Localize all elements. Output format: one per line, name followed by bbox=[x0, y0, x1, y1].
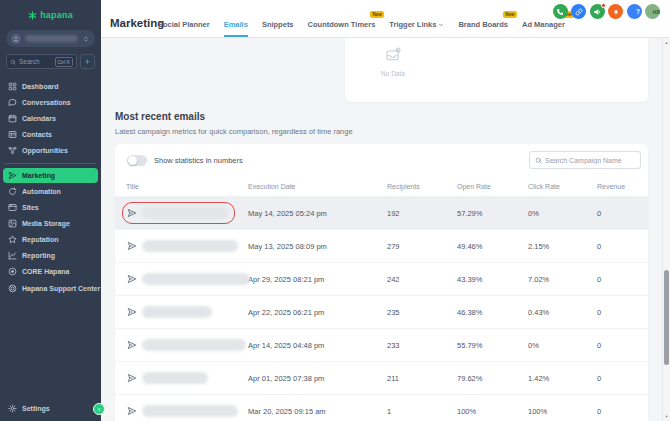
tab-label: Emails bbox=[224, 20, 248, 29]
new-badge: New bbox=[370, 11, 384, 18]
quick-add-button[interactable]: + bbox=[80, 54, 95, 69]
column-header: Execution Date bbox=[248, 183, 387, 190]
tab-snippets[interactable]: Snippets bbox=[262, 20, 294, 37]
table-row[interactable]: Apr 29, 2025 08:21 pm 242 43.39% 7.02% 0 bbox=[115, 262, 648, 295]
send-icon bbox=[127, 406, 137, 416]
vertical-scrollbar[interactable]: ▲ ▼ bbox=[662, 38, 670, 421]
table-row[interactable]: Apr 14, 2025 04:48 pm 233 55.79% 0% 0 bbox=[115, 328, 648, 361]
sidebar-nav: Dashboard Conversations Calendars Contac… bbox=[0, 78, 101, 296]
chart-icon bbox=[8, 251, 17, 260]
table-row[interactable]: Apr 01, 2025 07:38 pm 211 79.62% 1.42% 0 bbox=[115, 361, 648, 394]
campaign-search-input[interactable] bbox=[545, 157, 635, 164]
campaign-title-cell bbox=[126, 400, 248, 421]
tab-label: Countdown Timers bbox=[308, 20, 376, 29]
question-icon bbox=[628, 8, 636, 16]
scrollbar-thumb[interactable] bbox=[664, 270, 669, 365]
sidebar-item-calendars[interactable]: Calendars bbox=[0, 110, 101, 126]
sidebar-item-conversations[interactable]: Conversations bbox=[0, 94, 101, 110]
phone-icon bbox=[556, 8, 564, 16]
execution-date-cell: May 13, 2025 08:09 pm bbox=[248, 242, 387, 251]
send-icon bbox=[127, 373, 137, 383]
open-rate-cell: 57.29% bbox=[457, 209, 528, 218]
send-icon bbox=[127, 340, 137, 350]
scroll-down-arrow[interactable]: ▼ bbox=[663, 414, 670, 419]
tab-emails[interactable]: Emails bbox=[224, 20, 248, 37]
sidebar-collapse-button[interactable]: ‹ bbox=[93, 403, 105, 415]
sidebar-item-opportunities[interactable]: Opportunities bbox=[0, 143, 101, 159]
marketing-tabs: Social Planner Emails Snippets Countdown… bbox=[158, 20, 565, 37]
sidebar-item-marketing[interactable]: Marketing bbox=[3, 168, 98, 183]
tab-label: Trigger Links bbox=[389, 20, 436, 29]
tab-social-planner[interactable]: Social Planner bbox=[158, 20, 210, 37]
column-header: Open Rate bbox=[457, 183, 528, 190]
open-rate-cell: 55.79% bbox=[457, 341, 528, 350]
user-avatar[interactable]: HB bbox=[645, 4, 660, 19]
sidebar-item-automation[interactable]: Automation bbox=[0, 183, 101, 199]
main-content: No Data Most recent emails Latest campai… bbox=[101, 38, 662, 421]
announcements-button[interactable] bbox=[590, 4, 605, 19]
click-rate-cell: 2.15% bbox=[528, 242, 597, 251]
bell-icon bbox=[612, 8, 620, 16]
sidebar-item-contacts[interactable]: Contacts bbox=[0, 127, 101, 143]
sidebar-item-reporting[interactable]: Reporting bbox=[0, 248, 101, 264]
recipients-cell: 279 bbox=[387, 242, 457, 251]
tab-ad-manager[interactable]: Ad Manager New bbox=[522, 20, 565, 37]
megaphone-icon bbox=[593, 8, 601, 16]
sidebar-item-reputation[interactable]: Reputation bbox=[0, 232, 101, 248]
sidebar-item-dashboard[interactable]: Dashboard bbox=[0, 78, 101, 94]
column-header: Revenue bbox=[597, 183, 648, 190]
help-button[interactable]: ? bbox=[627, 4, 642, 19]
tab-trigger-links[interactable]: Trigger Links bbox=[389, 20, 444, 37]
scroll-up-arrow[interactable]: ▲ bbox=[663, 40, 670, 45]
table-row[interactable]: Mar 20, 2025 09:15 am 1 100% 100% 0 bbox=[115, 394, 648, 421]
link-button[interactable] bbox=[571, 4, 586, 19]
button-glyph: HB bbox=[653, 9, 660, 15]
nav-label: Reputation bbox=[22, 236, 59, 243]
tab-brand-boards[interactable]: Brand Boards New bbox=[458, 20, 508, 37]
send-icon bbox=[8, 171, 17, 180]
nav-label: Calendars bbox=[22, 115, 56, 122]
sidebar-item-core-hapana[interactable]: CORE Hapana bbox=[0, 264, 101, 280]
top-header: Marketing Social Planner Emails Snippets… bbox=[101, 0, 670, 38]
sidebar-item-sites[interactable]: Sites bbox=[0, 199, 101, 215]
sidebar-item-support-center[interactable]: Hapana Support Center bbox=[0, 280, 101, 296]
recipients-cell: 233 bbox=[387, 341, 457, 350]
table-header-row: TitleExecution DateRecipientsOpen RateCl… bbox=[115, 176, 648, 196]
gear-icon bbox=[8, 404, 17, 413]
tab-label: Snippets bbox=[262, 20, 294, 29]
sidebar-item-settings[interactable]: Settings bbox=[8, 404, 50, 413]
tab-countdown-timers[interactable]: Countdown Timers New bbox=[308, 20, 376, 37]
no-data-inbox-icon bbox=[385, 47, 401, 63]
campaign-title-cell bbox=[126, 202, 248, 224]
nav-divider bbox=[5, 163, 96, 164]
click-rate-cell: 7.02% bbox=[528, 275, 597, 284]
revenue-cell: 0 bbox=[597, 242, 648, 251]
account-selector[interactable] bbox=[6, 30, 95, 47]
table-row[interactable]: May 13, 2025 08:09 pm 279 49.46% 2.15% 0 bbox=[115, 229, 648, 262]
notifications-button[interactable] bbox=[608, 4, 623, 19]
annotation-box bbox=[122, 301, 219, 323]
search-placeholder: Search bbox=[19, 58, 40, 65]
campaign-title-cell bbox=[126, 235, 248, 257]
recipients-cell: 192 bbox=[387, 209, 457, 218]
send-icon bbox=[127, 307, 137, 317]
open-rate-cell: 100% bbox=[457, 407, 528, 416]
chat-icon bbox=[8, 98, 17, 107]
sidebar-item-media-storage[interactable]: Media Storage bbox=[0, 215, 101, 231]
column-header: Click Rate bbox=[528, 183, 597, 190]
recipients-cell: 211 bbox=[387, 374, 457, 383]
redacted-campaign-title bbox=[142, 240, 238, 252]
open-rate-cell: 46.38% bbox=[457, 308, 528, 317]
recipients-cell: 242 bbox=[387, 275, 457, 284]
person-icon bbox=[13, 36, 19, 42]
campaign-title-cell bbox=[126, 334, 248, 356]
phone-button[interactable] bbox=[553, 4, 568, 19]
table-row[interactable]: Apr 22, 2025 06:21 pm 235 46.38% 0.43% 0 bbox=[115, 295, 648, 328]
app-window: hapana Search Ctrl K + Dashboard Convers… bbox=[0, 0, 670, 421]
table-row[interactable]: May 14, 2025 05:24 pm 192 57.29% 0% 0 bbox=[115, 196, 648, 229]
send-icon bbox=[127, 274, 137, 284]
show-statistics-toggle[interactable] bbox=[127, 155, 147, 166]
revenue-cell: 0 bbox=[597, 275, 648, 284]
sidebar-search-input[interactable]: Search Ctrl K bbox=[6, 54, 77, 69]
contacts-icon bbox=[8, 130, 17, 139]
